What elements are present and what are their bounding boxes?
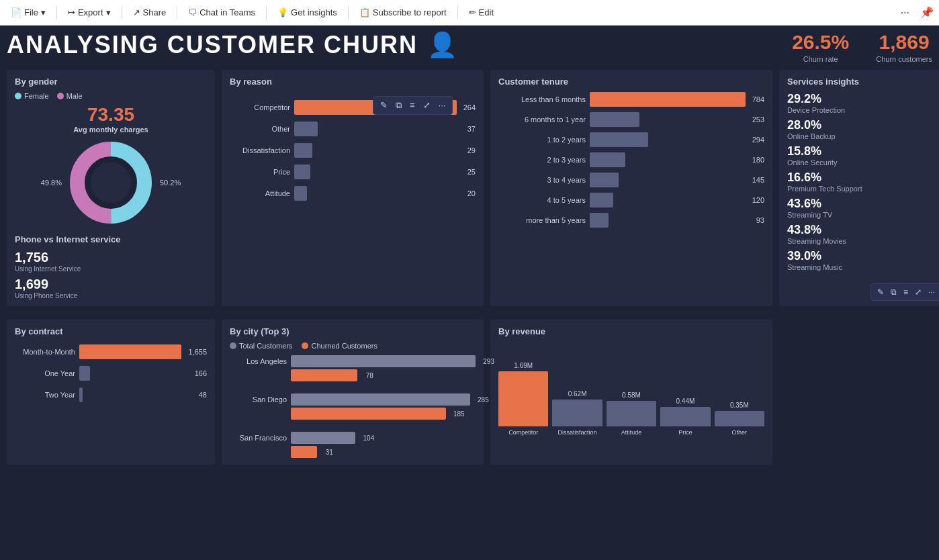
legend-total: Total Customers (230, 342, 292, 350)
file-icon: 📄 (11, 7, 21, 17)
rev-label-1: Dissatisfaction (558, 429, 597, 436)
get-insights-button[interactable]: 💡 Get insights (272, 5, 343, 20)
city-total-bar-2: 104 (291, 432, 355, 444)
header-stats: 26.5% Churn rate 1,869 Churn customers (792, 31, 932, 63)
rev-col-2: 0.58M Attitude (607, 362, 656, 436)
reason-label-2: Dissatisfaction (230, 146, 290, 154)
male-dot (57, 93, 64, 99)
city-churned-row-2: 31 (230, 446, 476, 458)
dashboard: ANALYSING CUSTOMER CHURN 👤 26.5% Churn r… (0, 26, 939, 560)
city-row-1: San Diego 285 185 (230, 393, 476, 420)
services-title: Services insights (787, 77, 939, 87)
dashboard-title: ANALYSING CUSTOMER CHURN (7, 31, 418, 59)
more-options-button[interactable]: ··· (895, 4, 915, 21)
city-total-row-1: San Diego 285 (230, 393, 476, 406)
chevron-down-icon: ▾ (106, 7, 111, 17)
churn-rate-stat: 26.5% Churn rate (792, 31, 849, 63)
reason-bar-price: Price 25 (230, 165, 476, 179)
rev-label-4: Other (732, 429, 748, 436)
header-visual-toolbar: ✎ ⧉ ≡ ⤢ ··· (373, 96, 453, 115)
subscribe-icon: 📋 (359, 7, 370, 17)
insights-label: Get insights (291, 7, 337, 17)
svt-edit-icon[interactable]: ✎ (875, 286, 886, 298)
top-grid: By gender Female Male 73.35 Avg monthly … (7, 70, 932, 313)
internet-value: 1,756 (15, 250, 207, 265)
svt-expand-icon[interactable]: ⤢ (913, 286, 924, 298)
churn-icon: 👤 (427, 31, 457, 59)
city-total-row-0: Los Angeles 293 (230, 355, 476, 367)
rev-bar-0 (498, 371, 548, 426)
service-name-2: Online Security (787, 158, 939, 167)
tenure-track-6 (590, 213, 750, 228)
reason-value-2: 29 (467, 146, 476, 154)
tenure-bar-6: more than 5 years 93 (498, 213, 764, 228)
tenure-bar-0: Less than 6 months 784 (498, 92, 764, 107)
tenure-value-3: 180 (752, 156, 764, 164)
subscribe-button[interactable]: 📋 Subscribe to report (354, 5, 452, 20)
service-name-3: Premium Tech Support (787, 185, 939, 193)
contract-track-0 (79, 344, 181, 359)
rev-top-2: 0.58M (622, 391, 641, 399)
by-contract-panel: By contract Month-to-Month 1,655 One Yea… (7, 320, 215, 465)
city-legend: Total Customers Churned Customers (230, 342, 476, 350)
contract-fill-0 (79, 344, 181, 359)
tenure-track-1 (590, 112, 746, 127)
svt-filter-icon[interactable]: ≡ (901, 286, 910, 298)
city-bar-chart: Los Angeles 293 78 San D (230, 355, 476, 458)
service-item-0: 29.2% Device Protection (787, 92, 939, 114)
contract-label-2: Two Year (15, 391, 75, 399)
service-name-0: Device Protection (787, 106, 939, 114)
service-name-4: Streaming TV (787, 211, 939, 219)
avg-value: 73.35 (15, 104, 207, 126)
reason-track-3 (294, 165, 461, 179)
contract-value-1: 166 (195, 369, 207, 377)
svt-more-icon[interactable]: ··· (926, 286, 937, 298)
city-churned-bar-0: 78 (291, 369, 357, 381)
svt-copy-icon[interactable]: ⧉ (889, 286, 899, 298)
legend-churned: Churned Customers (302, 342, 377, 350)
edit-button[interactable]: ✏ Edit (463, 5, 499, 20)
tenure-value-0: 784 (752, 95, 764, 103)
rev-col-1: 0.62M Dissatisfaction (552, 362, 602, 436)
city-churned-row-1: 185 (230, 408, 476, 420)
tenure-label-1: 6 months to 1 year (498, 115, 586, 124)
chat-teams-button[interactable]: 🗨 Chat in Teams (183, 5, 261, 20)
tenure-value-5: 120 (752, 196, 764, 204)
tenure-fill-1 (590, 112, 639, 127)
vt-filter-icon[interactable]: ≡ (407, 99, 418, 112)
separator (457, 6, 458, 19)
rev-bar-1 (552, 400, 602, 426)
churned-label: Churned Customers (311, 342, 377, 350)
city-total-val-0: 293 (483, 358, 494, 365)
service-name-6: Streaming Music (787, 263, 939, 271)
contract-fill-1 (79, 366, 90, 381)
export-menu[interactable]: ↦ Export ▾ (62, 5, 116, 20)
reason-label-1: Other (230, 125, 290, 133)
contract-label-1: One Year (15, 369, 75, 377)
reason-track-1 (294, 122, 461, 136)
vt-more-icon[interactable]: ··· (436, 99, 449, 112)
city-name-1: San Diego (230, 395, 287, 404)
vt-expand-icon[interactable]: ⤢ (420, 99, 433, 112)
rev-bar-3 (660, 407, 710, 426)
share-button[interactable]: ↗ Share (128, 5, 172, 20)
services-list: 29.2% Device Protection 28.0% Online Bac… (787, 92, 939, 271)
reason-fill-3 (294, 165, 310, 179)
service-item-4: 43.6% Streaming TV (787, 197, 939, 219)
city-row-2: San Francisco 104 31 (230, 432, 476, 458)
vt-copy-icon[interactable]: ⧉ (393, 99, 404, 112)
rev-top-0: 1.69M (514, 362, 533, 369)
legend-female: Female (15, 92, 49, 100)
city-churned-bar-1: 185 (291, 408, 446, 420)
file-menu[interactable]: 📄 File ▾ (5, 5, 51, 20)
vt-edit-icon[interactable]: ✎ (377, 99, 390, 112)
phone-internet-title: Phone vs Internet service (15, 234, 207, 244)
service-pct-4: 43.6% (787, 197, 939, 211)
rev-col-3: 0.44M Price (660, 362, 710, 436)
contract-value-0: 1,655 (188, 348, 207, 356)
avg-label: Avg monthly charges (15, 126, 207, 134)
service-item-1: 28.0% Online Backup (787, 118, 939, 140)
legend-male: Male (57, 92, 83, 100)
service-pct-0: 29.2% (787, 92, 939, 106)
total-dot (230, 342, 236, 349)
